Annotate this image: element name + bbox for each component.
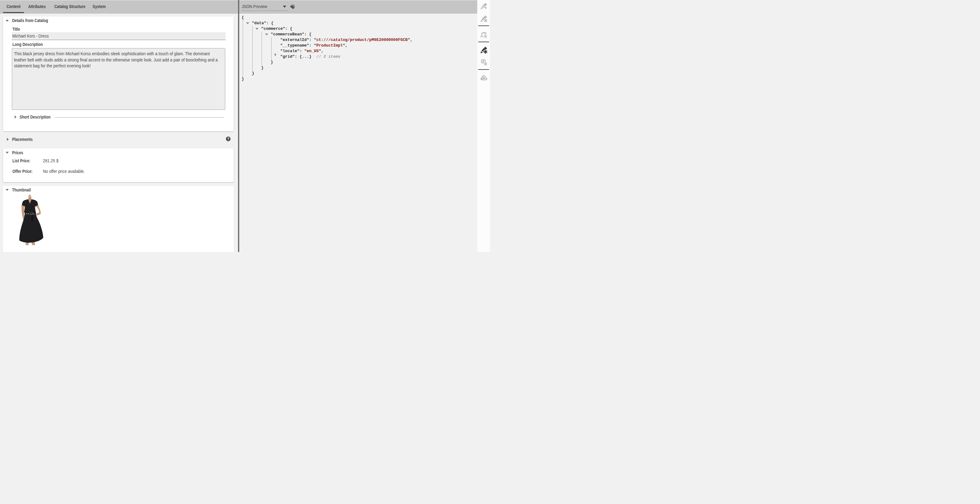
svg-text:?: ? — [228, 137, 230, 141]
